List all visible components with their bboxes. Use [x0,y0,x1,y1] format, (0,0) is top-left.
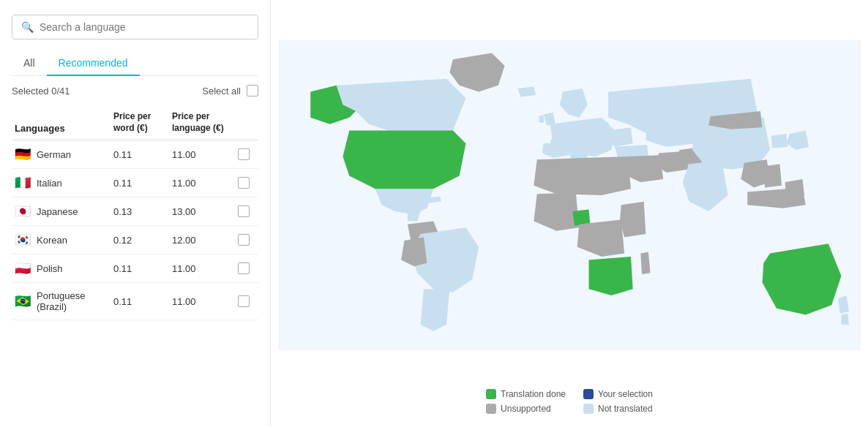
price-word-cell: 0.13 [113,206,172,217]
price-lang-cell: 11.00 [172,149,238,160]
search-icon: 🔍 [21,21,34,33]
tab-all[interactable]: All [12,51,47,76]
legend-dot-unsupported [486,404,496,414]
lang-name-label: Italian [37,178,62,189]
price-word-cell: 0.11 [113,263,172,274]
lang-name-cell: 🇧🇷 Portuguese (Brazil) [12,290,113,312]
poland [589,122,610,137]
legend-label-translation-done: Translation done [501,389,566,399]
price-lang-cell: 11.00 [172,296,238,307]
legend-dot-translation-done [486,389,496,399]
korea [771,134,787,148]
header-price-word: Price per word (€) [113,111,172,134]
map-legend: Translation done Unsupported Your select… [474,383,665,420]
selection-count: Selected 0/41 [12,86,70,97]
select-all-checkbox[interactable] [247,85,258,97]
price-word-cell: 0.11 [113,149,172,160]
price-word-cell: 0.12 [113,235,172,246]
table-row: 🇮🇹 Italian 0.11 11.00 [12,169,258,197]
vietnam [763,165,782,188]
table-row: 🇯🇵 Japanese 0.13 13.00 [12,197,258,226]
table-row: 🇵🇱 Polish 0.11 11.00 [12,254,258,283]
map-svg [278,7,861,383]
nigeria [572,209,590,225]
price-word-cell: 0.11 [113,178,172,189]
flag-icon: 🇯🇵 [15,205,31,218]
lang-name-label: Korean [37,235,67,246]
flag-icon: 🇵🇱 [15,262,31,275]
lang-name-cell: 🇰🇷 Korean [12,233,113,246]
table-row: 🇩🇪 German 0.11 11.00 [12,140,258,169]
legend-label-not-translated: Not translated [598,404,653,414]
header-price-lang: Price per language (€) [172,111,238,134]
world-map [278,7,861,383]
lang-name-label: Japanese [37,206,78,217]
lang-name-label: Polish [37,263,62,274]
row-checkbox-2[interactable] [238,205,250,217]
flag-icon: 🇰🇷 [15,233,31,246]
lang-name-cell: 🇩🇪 German [12,148,113,161]
legend-not-translated: Not translated [583,404,653,414]
select-all-label: Select all [202,86,241,97]
lang-name-label: German [37,149,71,160]
table-header: Languages Price per word (€) Price per l… [12,105,258,140]
new-zealand-south [841,314,849,325]
select-all-area: Select all [202,85,258,97]
legend-unsupported: Unsupported [486,404,566,414]
argentina [421,289,450,330]
price-lang-cell: 11.00 [172,263,238,274]
legend-col-right: Your selection Not translated [583,389,653,414]
legend-col-left: Translation done Unsupported [486,389,566,414]
legend-translation-done: Translation done [486,389,566,399]
search-box: 🔍 [12,15,258,39]
tabs: All Recommended [12,51,258,76]
north-africa [534,156,631,195]
row-checkbox-0[interactable] [238,148,250,160]
row-checkbox-4[interactable] [238,262,250,274]
row-checkbox-1[interactable] [238,177,250,189]
lang-name-cell: 🇮🇹 Italian [12,176,113,189]
flag-icon: 🇮🇹 [15,176,31,189]
row-checkbox-3[interactable] [238,234,250,246]
price-lang-cell: 11.00 [172,178,238,189]
south-africa [589,257,633,295]
select-row: Selected 0/41 Select all [12,85,258,97]
tab-recommended[interactable]: Recommended [47,51,140,76]
price-lang-cell: 12.00 [172,235,238,246]
ireland [539,115,544,123]
legend-label-your-selection: Your selection [598,389,653,399]
table-row: 🇰🇷 Korean 0.12 12.00 [12,226,258,254]
right-panel: Translation done Unsupported Your select… [271,0,868,427]
legend-dot-not-translated [583,404,594,414]
language-list: 🇩🇪 German 0.11 11.00 🇮🇹 Italian 0.11 11.… [12,140,258,412]
legend-dot-your-selection [583,389,594,399]
east-africa [620,202,646,238]
lang-name-label: Portuguese (Brazil) [37,290,113,312]
table-row: 🇧🇷 Portuguese (Brazil) 0.11 11.00 [12,283,258,320]
left-panel: 🔍 All Recommended Selected 0/41 Select a… [0,0,271,427]
price-lang-cell: 13.00 [172,206,238,217]
flag-icon: 🇧🇷 [15,295,31,308]
legend-your-selection: Your selection [583,389,653,399]
search-input[interactable] [40,21,249,33]
price-word-cell: 0.11 [113,296,172,307]
turkey [615,145,648,158]
lang-name-cell: 🇵🇱 Polish [12,262,113,275]
legend-label-unsupported: Unsupported [501,404,551,414]
header-language: Languages [12,123,113,134]
lang-name-cell: 🇯🇵 Japanese [12,205,113,218]
flag-icon: 🇩🇪 [15,148,31,161]
row-checkbox-5[interactable] [238,295,250,307]
